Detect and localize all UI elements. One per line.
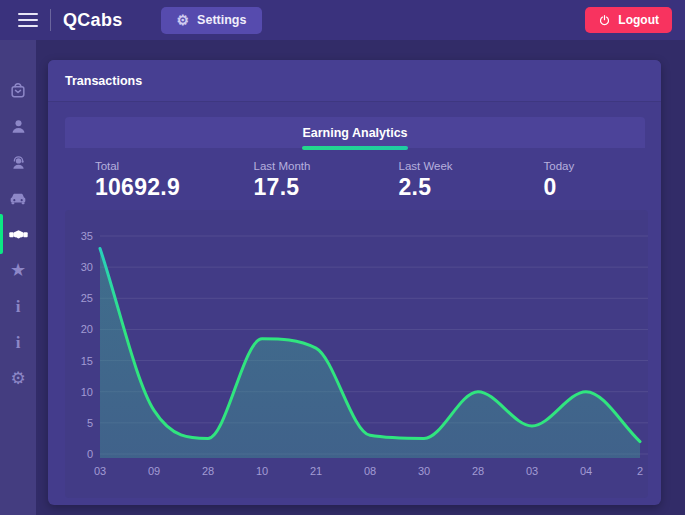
support-agent-icon <box>9 153 28 172</box>
active-indicator <box>0 214 3 254</box>
navbar-divider <box>50 9 51 31</box>
stat-label: Last Week <box>399 160 457 172</box>
settings-button[interactable]: ⚙ Settings <box>161 7 263 34</box>
stat-label: Today <box>544 160 602 172</box>
logout-button[interactable]: Logout <box>585 7 672 33</box>
page-title: Transactions <box>65 74 142 88</box>
stats-row: Total10692.9Last Month17.5Last Week2.5To… <box>65 152 645 208</box>
earnings-area-chart: 05101520253035030928102108302803042 <box>65 210 648 498</box>
stat-label: Total <box>95 160 180 172</box>
sidebar-item-transactions[interactable] <box>0 216 36 252</box>
x-tick-label: 10 <box>256 465 268 477</box>
sidebar-item-info-2[interactable]: i <box>0 324 36 360</box>
power-icon <box>598 14 611 27</box>
card-header: Transactions <box>48 60 661 102</box>
x-tick-label: 2 <box>637 465 643 477</box>
x-tick-label: 04 <box>580 465 592 477</box>
tab-earning-analytics[interactable]: Earning Analytics <box>302 117 407 148</box>
sidebar-item-orders[interactable] <box>0 72 36 108</box>
y-tick-label: 15 <box>81 355 93 367</box>
y-tick-label: 10 <box>81 386 93 398</box>
stat-value: 2.5 <box>399 174 457 201</box>
brand-logo: QCabs <box>63 10 123 31</box>
logout-label: Logout <box>618 13 659 27</box>
stat-last-week: Last Week2.5 <box>355 152 500 208</box>
y-tick-label: 5 <box>87 417 93 429</box>
y-tick-label: 30 <box>81 261 93 273</box>
info-icon: i <box>16 334 21 351</box>
shopping-bag-icon <box>8 80 28 100</box>
sidebar-item-settings[interactable]: ⚙ <box>0 360 36 396</box>
x-tick-label: 09 <box>148 465 160 477</box>
x-tick-label: 28 <box>202 465 214 477</box>
x-tick-label: 21 <box>310 465 322 477</box>
stat-last-month: Last Month17.5 <box>210 152 355 208</box>
sidebar-item-info-1[interactable]: i <box>0 288 36 324</box>
stat-value: 10692.9 <box>95 174 180 201</box>
stat-total: Total10692.9 <box>65 152 210 208</box>
x-tick-label: 30 <box>418 465 430 477</box>
x-tick-label: 03 <box>94 465 106 477</box>
stat-value: 0 <box>544 174 602 201</box>
area-fill <box>100 248 640 458</box>
settings-label: Settings <box>197 13 246 27</box>
stat-value: 17.5 <box>254 174 312 201</box>
tab-label: Earning Analytics <box>302 126 407 140</box>
top-navbar: QCabs ⚙ Settings Logout <box>0 0 685 40</box>
car-icon <box>8 188 28 208</box>
x-tick-label: 28 <box>472 465 484 477</box>
y-tick-label: 35 <box>81 230 93 242</box>
y-tick-label: 20 <box>81 323 93 335</box>
sidebar-item-vehicles[interactable] <box>0 180 36 216</box>
sidebar-nav: ★ii⚙ <box>0 40 36 515</box>
y-tick-label: 0 <box>87 448 93 460</box>
menu-icon[interactable] <box>18 13 38 27</box>
x-tick-label: 08 <box>364 465 376 477</box>
star-icon: ★ <box>10 261 26 279</box>
sidebar-item-drivers[interactable] <box>0 144 36 180</box>
handshake-icon <box>8 224 29 245</box>
transactions-card: Transactions Earning Analytics Total1069… <box>48 60 661 505</box>
stat-label: Last Month <box>254 160 312 172</box>
gear-icon: ⚙ <box>177 12 190 28</box>
x-tick-label: 03 <box>526 465 538 477</box>
sidebar-item-riders[interactable] <box>0 108 36 144</box>
info-icon: i <box>16 298 21 315</box>
user-icon <box>9 117 28 136</box>
gear-icon: ⚙ <box>10 370 25 387</box>
chart-svg: 05101520253035030928102108302803042 <box>65 210 648 498</box>
active-tab-underline <box>302 146 408 150</box>
y-tick-label: 25 <box>81 292 93 304</box>
analytics-tabstrip: Earning Analytics <box>65 117 645 148</box>
stat-today: Today0 <box>500 152 645 208</box>
sidebar-item-ratings[interactable]: ★ <box>0 252 36 288</box>
